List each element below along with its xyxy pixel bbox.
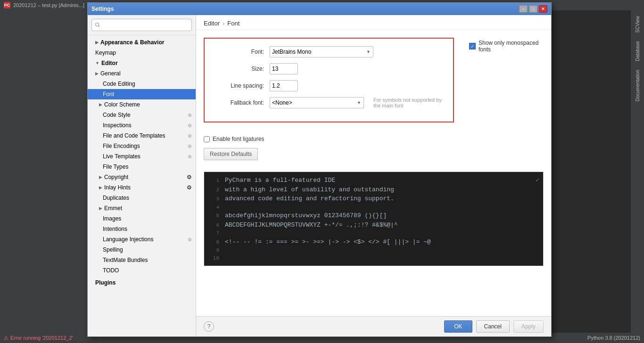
line-spacing-row: Line spacing: — [212, 80, 446, 91]
sidebar-item-live-templates[interactable]: Live Templates ⚙ — [88, 151, 196, 162]
sidebar-item-code-style[interactable]: Code Style ⚙ — [88, 110, 196, 120]
font-select[interactable]: JetBrains Mono — [270, 46, 373, 57]
fallback-font-select-wrapper: <None> — [270, 97, 364, 108]
sidebar-item-inspections[interactable]: Inspections ⚙ — [88, 120, 196, 131]
breadcrumb-parent: Editor — [204, 20, 220, 27]
sidebar-item-font[interactable]: Font — [88, 89, 196, 99]
preview-line-10: 10 — [210, 254, 537, 262]
nav-tree: ▶ Appearance & Behavior Keymap ▼ Editor — [88, 35, 196, 336]
fallback-font-select[interactable]: <None> — [270, 97, 364, 108]
sidebar-item-color-scheme[interactable]: ▶ Color Scheme — [88, 99, 196, 110]
settings-icon: ⚙ — [187, 174, 192, 180]
fallback-font-row: Fallback font: <None> For symbols not su… — [212, 97, 446, 108]
arrow-icon: ▼ — [95, 61, 99, 65]
restore-defaults-button[interactable]: Restore Defaults — [204, 148, 258, 160]
settings-icon: ⚙ — [188, 133, 192, 139]
breadcrumb: Editor › Font — [196, 15, 551, 30]
dialog-footer: ? OK Cancel Apply — [196, 316, 551, 336]
footer-buttons: OK Cancel Apply — [444, 320, 544, 333]
size-label: Size: — [212, 65, 264, 72]
arrow-icon: ▶ — [95, 40, 99, 45]
sidebar-item-label: Appearance & Behavior — [100, 39, 164, 46]
preview-line-9: 9 — [210, 246, 537, 254]
font-row: Font: JetBrains Mono — [212, 46, 446, 57]
sidebar-item-intentions[interactable]: Intentions — [88, 224, 196, 234]
settings-icon: ⚙ — [188, 113, 192, 118]
ligatures-row: Enable font ligatures — [204, 136, 544, 142]
sidebar-item-plugins[interactable]: Plugins — [88, 278, 196, 288]
settings-icon: ⚙ — [187, 184, 192, 191]
apply-button[interactable]: Apply — [513, 320, 544, 333]
size-input[interactable] — [270, 63, 298, 74]
sidebar-item-file-encodings[interactable]: File Encodings ⚙ — [88, 141, 196, 151]
help-button[interactable]: ? — [204, 321, 214, 332]
arrow-icon: ▶ — [99, 185, 102, 190]
breadcrumb-current: Font — [227, 20, 239, 27]
sidebar-item-emmet[interactable]: ▶ Emmet — [88, 203, 196, 213]
ligatures-label: Enable font ligatures — [213, 136, 264, 142]
preview-line-1: 1 PyCharm is a full-featured IDE — [210, 176, 537, 185]
dialog-body: ▶ Appearance & Behavior Keymap ▼ Editor — [88, 15, 551, 336]
font-select-wrapper: JetBrains Mono — [270, 46, 373, 57]
settings-icon: ⚙ — [188, 144, 192, 149]
monospaced-checkbox-row: Show only monospaced fonts — [469, 40, 544, 53]
sidebar-item-label: Plugins — [95, 279, 116, 286]
cancel-button[interactable]: Cancel — [476, 320, 510, 333]
preview-line-7: 7 — [210, 229, 537, 237]
dialog-title: Settings — [91, 6, 114, 12]
ok-button[interactable]: OK — [444, 320, 472, 333]
sidebar-item-duplicates[interactable]: Duplicates — [88, 193, 196, 203]
ligatures-checkbox[interactable] — [204, 136, 210, 142]
preview-line-4: 4 — [210, 204, 537, 212]
sidebar-item-spelling[interactable]: Spelling — [88, 245, 196, 255]
settings-icon: ⚙ — [188, 237, 192, 242]
line-spacing-label: Line spacing: — [212, 82, 264, 89]
search-input[interactable] — [91, 19, 192, 31]
minimize-button[interactable]: ─ — [519, 5, 528, 13]
dialog-titlebar-controls: ─ □ ✕ — [519, 5, 547, 13]
font-label: Font: — [212, 49, 264, 55]
maximize-button[interactable]: □ — [529, 5, 537, 13]
settings-icon: ⚙ — [188, 154, 192, 159]
content-area: Font: JetBrains Mono Size: — [196, 30, 551, 316]
preview-line-6: 6 ABCDEFGHIJKLMNOPQRSTUVWXYZ +-*/= .,;:!… — [210, 220, 537, 230]
preview-line-5: 5 abcdefghijklmnopqrstuvwxyz 0123456789 … — [210, 211, 537, 220]
fallback-hint: For symbols not supported by the main fo… — [373, 97, 446, 108]
preview-line-8: 8 <!-- -- != := === >= >- >=> |-> -> <$>… — [210, 237, 537, 247]
check-icon: ✓ — [536, 176, 539, 185]
font-settings-box: Font: JetBrains Mono Size: — [204, 38, 454, 122]
settings-icon: ⚙ — [188, 123, 192, 128]
sidebar-item-keymap[interactable]: Keymap — [88, 48, 196, 58]
sidebar-item-file-and-code-templates[interactable]: File and Code Templates ⚙ — [88, 131, 196, 141]
sidebar-item-images[interactable]: Images — [88, 213, 196, 224]
left-panel: ▶ Appearance & Behavior Keymap ▼ Editor — [88, 15, 196, 336]
sidebar-item-language-injections[interactable]: Language Injections ⚙ — [88, 234, 196, 245]
settings-dialog: Settings ─ □ ✕ ▶ Appearance — [87, 2, 552, 337]
arrow-icon: ▶ — [99, 175, 102, 180]
sidebar-item-textmate-bundles[interactable]: TextMate Bundles — [88, 255, 196, 265]
monospaced-checkbox[interactable] — [469, 43, 476, 49]
sidebar-item-todo[interactable]: TODO — [88, 265, 196, 276]
sidebar-item-inlay-hints[interactable]: ▶ Inlay Hints ⚙ — [88, 182, 196, 193]
sidebar-item-appearance[interactable]: ▶ Appearance & Behavior — [88, 37, 196, 48]
sidebar-item-file-types[interactable]: File Types — [88, 162, 196, 172]
close-button[interactable]: ✕ — [539, 5, 547, 13]
sidebar-item-editor[interactable]: ▼ Editor — [88, 58, 196, 68]
breadcrumb-separator: › — [223, 20, 224, 27]
size-row: Size: — [212, 63, 446, 74]
sidebar-item-code-editing[interactable]: Code Editing — [88, 79, 196, 89]
monospaced-label: Show only monospaced fonts — [479, 40, 544, 53]
fallback-font-label: Fallback font: — [212, 99, 264, 106]
sidebar-item-copyright[interactable]: ▶ Copyright ⚙ — [88, 172, 196, 182]
modal-overlay: Settings ─ □ ✕ ▶ Appearance — [0, 0, 644, 343]
line-spacing-input[interactable] — [270, 80, 298, 91]
preview-area: ✓ 1 PyCharm is a full-featured IDE 2 wit… — [204, 172, 544, 266]
arrow-icon: ▶ — [99, 206, 102, 211]
arrow-icon: ▶ — [99, 102, 102, 107]
search-box — [88, 15, 196, 35]
arrow-icon: ▶ — [95, 71, 99, 76]
preview-line-2: 2 with a high level of usability and out… — [210, 185, 537, 195]
right-panel: Editor › Font Font: — [196, 15, 551, 336]
sidebar-item-general[interactable]: ▶ General — [88, 68, 196, 79]
dialog-titlebar: Settings ─ □ ✕ — [88, 3, 551, 15]
